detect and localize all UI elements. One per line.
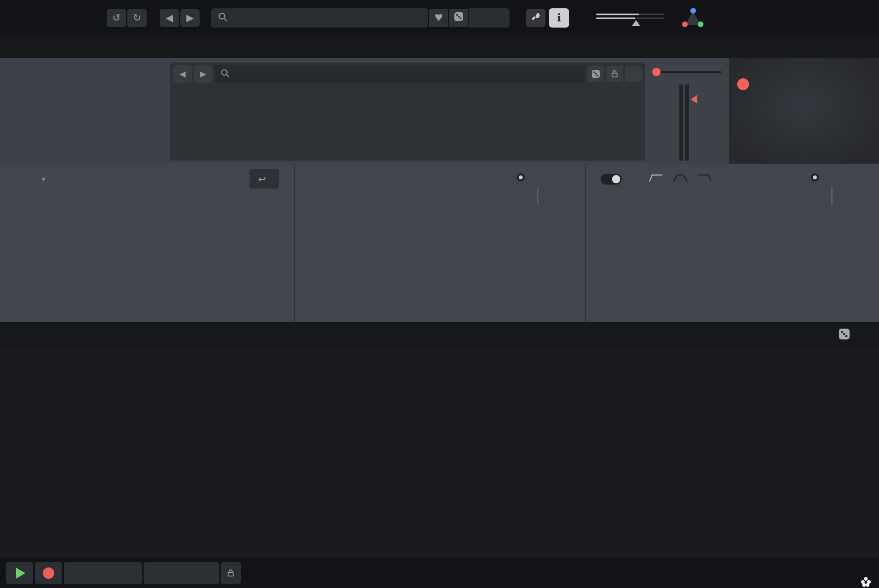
drum-tab-bar (0, 35, 879, 58)
sample-panel: ◀ ▶ (170, 63, 645, 161)
preset-next-button[interactable]: ▶ (180, 9, 200, 27)
record-button[interactable] (35, 562, 62, 584)
crossfade-slider[interactable] (596, 8, 665, 28)
chevron-down-icon: ▼ (40, 175, 47, 183)
lock-icon (226, 569, 235, 578)
layer-side-controls (649, 58, 728, 164)
filter-section (585, 164, 879, 322)
undo-button[interactable]: ↺ (107, 9, 126, 27)
sync-radio-icon (811, 173, 819, 182)
drum-section: ▼ ↩ (0, 164, 294, 322)
sample-random-button[interactable] (587, 66, 604, 82)
wrench-icon (531, 11, 541, 24)
logo-triangle-icon (682, 9, 704, 27)
watermark-icon (861, 577, 871, 587)
record-icon (43, 567, 54, 579)
filter-on-toggle[interactable] (601, 174, 622, 185)
lowpass-icon[interactable] (648, 172, 664, 186)
info-button[interactable]: i (549, 8, 569, 28)
sync-radio-icon (517, 173, 525, 182)
random-preset-button[interactable] (449, 9, 468, 27)
export-button[interactable] (144, 562, 219, 584)
dice-icon (838, 328, 850, 342)
host-sync-button[interactable] (64, 562, 142, 584)
crossfade-handle[interactable] (632, 20, 640, 26)
search-icon (221, 69, 230, 80)
settings-button[interactable] (526, 9, 545, 27)
dice-icon (454, 12, 464, 24)
choke-dropdown[interactable]: ▼ (40, 175, 51, 183)
sync-line (537, 188, 538, 204)
mixer-tab-bar (0, 322, 879, 347)
xy-pad-handle[interactable] (737, 78, 749, 90)
pitch-sync-toggle[interactable] (517, 173, 529, 182)
favorite-button[interactable]: ♥ (429, 9, 448, 27)
triaz-plugin-window: ↺ ↻ ◀ ▶ ♥ i (0, 0, 879, 588)
pattern-lock-button[interactable] (221, 562, 241, 584)
sample-search-input[interactable] (214, 65, 585, 83)
redo-button[interactable]: ↻ (127, 9, 147, 27)
sample-prev-button[interactable]: ◀ (173, 65, 192, 83)
bandpass-icon[interactable] (672, 172, 688, 186)
help-button[interactable] (625, 66, 642, 82)
pitch-section (294, 164, 585, 322)
edit-row: ▼ ↩ (0, 164, 879, 322)
layer-tune-slider[interactable] (652, 68, 721, 77)
layer-panel: ◀ ▶ (0, 58, 879, 164)
search-icon (218, 12, 228, 24)
heart-icon: ♥ (434, 12, 443, 23)
preset-search-input[interactable] (211, 8, 428, 28)
drum-randomizer-button[interactable] (838, 328, 856, 342)
crossfade-line-top (596, 14, 665, 15)
meter-handle[interactable] (691, 95, 697, 104)
save-button[interactable] (469, 8, 510, 28)
lock-button[interactable] (606, 66, 623, 82)
crossfade-line-bottom (596, 18, 665, 19)
filter-sync-toggle[interactable] (811, 173, 823, 182)
watermark (861, 577, 876, 587)
triaz-logo (685, 9, 707, 27)
xy-morph-pad[interactable] (729, 58, 879, 164)
preset-prev-button[interactable]: ◀ (160, 9, 179, 27)
reverse-icon: ↩ (258, 174, 266, 185)
mixer-panel (0, 347, 879, 558)
reverse-button[interactable]: ↩ (250, 169, 279, 189)
play-icon (16, 567, 25, 579)
top-bar: ↺ ↻ ◀ ▶ ♥ i (0, 0, 879, 35)
sync-line (831, 188, 833, 204)
sample-next-button[interactable]: ▶ (194, 65, 212, 83)
play-button[interactable] (6, 562, 33, 584)
transport-bar (0, 558, 879, 588)
highpass-icon[interactable] (697, 172, 713, 186)
waveform-display[interactable] (175, 87, 640, 157)
